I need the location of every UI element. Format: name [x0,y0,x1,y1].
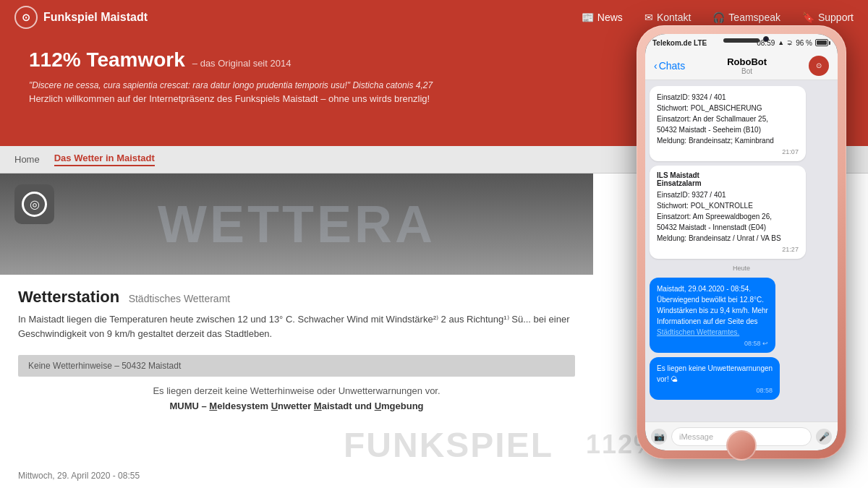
msg1-line1: EinsatzID: 9324 / 401Stichwort: POL_ABSI… [657,92,799,146]
kontakt-label: Kontakt [657,12,691,23]
nav-links: 📰 News ✉ Kontakt 🎧 Teamspeak 🔖 Support [582,12,854,23]
nav-logo[interactable]: ⊙ Funkspiel Maistadt [14,6,148,29]
message-3: Maistadt, 29.04.2020 - 08:54.Überwiegend… [650,278,775,353]
msg4-content: Es liegen keine Unwetterwarnungenvor! 🌤 [657,363,773,385]
wetterstation-subtitle: Städtisches Wetteramt [129,293,231,304]
support-label: Support [818,12,854,23]
phone-outer: Telekom.de LTE 08:59 ▲ ⊋ 96 % [637,25,846,459]
warning-box: Keine Wetterhinweise – 50432 Maistadt [18,355,575,377]
msg1-time: 21:07 [657,148,799,155]
divider-label: Heute [733,265,750,272]
news-icon: 📰 [582,12,594,23]
main-content: ◎ WETTERA Wetterstation Städtisches Wett… [0,174,593,488]
msg4-time: 08:58 [657,387,773,394]
news-label: News [597,12,623,23]
footer-timestamp: Mittwoch, 29. April 2020 - 08:55 [18,471,140,481]
phone-camera [763,36,769,42]
support-icon: 🔖 [802,12,814,23]
hero-subtitle: – das Original seit 2014 [192,58,292,69]
input-placeholder: iMessage [679,432,713,441]
logo-icon: ⊙ [14,6,38,29]
weather-logo-inner: ◎ [22,192,47,217]
status-bar: Telekom.de LTE 08:59 ▲ ⊋ 96 % [645,34,838,51]
message-4: Es liegen keine Unwetterwarnungenvor! 🌤 … [650,357,780,400]
phone-screen-container: Telekom.de LTE 08:59 ▲ ⊋ 96 % [645,34,838,450]
message-2: ILS MaistadtEinsatzalarm EinsatzID: 9327… [650,166,806,259]
messages-divider: Heute [650,265,833,272]
bot-name: RoboBot [685,56,809,67]
wetterstation-desc: In Maistadt liegen die Temperaturen heut… [18,312,575,341]
msg2-time: 21:27 [657,246,799,253]
logo-text: Funkspiel Maistadt [43,11,148,24]
no-warnings-text: Es liegen derzeit keine Wetterhinweise o… [153,385,440,396]
breadcrumb-active[interactable]: Das Wetter in Maistadt [54,153,155,166]
phone-screen: Telekom.de LTE 08:59 ▲ ⊋ 96 % [645,34,838,450]
phone-mockup: Telekom.de LTE 08:59 ▲ ⊋ 96 % [637,25,846,459]
back-button[interactable]: ‹ Chats [654,60,685,72]
bot-avatar: ⊙ [809,56,829,76]
hero-title: 112% Teamwork [29,48,185,72]
message-1: EinsatzID: 9324 / 401Stichwort: POL_ABSI… [650,86,806,161]
breadcrumb-home[interactable]: Home [14,154,40,165]
msg3-content: Maistadt, 29.04.2020 - 08:54.Überwiegend… [657,283,768,338]
teamspeak-icon: 🎧 [712,12,725,23]
nav-link-kontakt[interactable]: ✉ Kontakt [644,12,691,23]
wetterstation-section: Wetterstation Städtisches Wetteramt In M… [0,275,593,348]
wetteramt-link[interactable]: Städtischen Wetteramtes. [657,328,739,336]
msg3-time: 08:58 ↩ [657,340,768,347]
chevron-left-icon: ‹ [654,60,658,72]
weather-logo: ◎ [14,184,54,224]
msg2-sender: ILS MaistadtEinsatzalarm [657,171,799,187]
nav-link-news[interactable]: 📰 News [582,12,623,23]
battery-icon [815,39,830,46]
bot-subtitle: Bot [685,67,809,75]
signal-icon: ▲ [778,39,784,46]
nav-title-area: RoboBot Bot [685,56,809,75]
back-label: Chats [659,60,686,72]
weather-hero-text: WETTERA [158,194,435,254]
microphone-button[interactable]: 🎤 [816,429,832,445]
msg2-content: EinsatzID: 9327 / 401Stichwort: POL_KONT… [657,189,799,244]
wifi-icon: ⊋ [787,39,793,46]
home-button[interactable] [726,430,757,461]
chat-nav-bar: ‹ Chats RoboBot Bot ⊙ [645,51,838,80]
nav-link-support[interactable]: 🔖 Support [802,12,854,23]
teamspeak-label: Teamspeak [728,12,780,23]
carrier-text: Telekom.de LTE [652,39,707,47]
nav-link-teamspeak[interactable]: 🎧 Teamspeak [712,12,780,23]
wetterstation-title: Wetterstation [18,288,119,306]
messages-area[interactable]: EinsatzID: 9324 / 401Stichwort: POL_ABSI… [645,80,838,421]
battery-text: 96 % [796,39,812,47]
kontakt-icon: ✉ [644,12,653,23]
phone-speaker [723,38,760,43]
camera-button[interactable]: 📷 [651,429,667,445]
weather-hero-image: ◎ WETTERA [0,174,593,275]
